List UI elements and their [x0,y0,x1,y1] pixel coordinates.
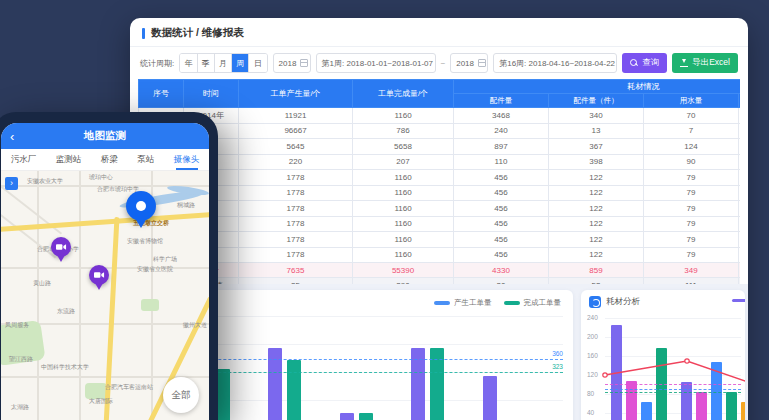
table-cell: 859 [549,263,644,278]
phone-tab-摄像头[interactable]: 摄像头 [174,149,200,170]
segment-周[interactable]: 周 [232,54,249,72]
table-cell: 456 [454,201,549,217]
trend-line [587,312,745,420]
table-cell: 786 [353,123,454,139]
bar-完成工单量 [359,413,373,420]
period-segmented-control: 年季月周日 [179,53,267,73]
table-row[interactable]: 6177811604561227967 [139,185,741,201]
map-road [37,171,39,420]
map-label: 望江西路 [9,355,33,364]
consumable-legend-line [732,299,745,302]
table-cell: 1778 [239,170,353,186]
table-cell: 367 [549,139,644,155]
map-label: 徽州大道 [183,321,207,330]
download-icon [680,59,688,67]
bar-完成工单量 [216,369,230,420]
table-header-row: 序号时间工单产生量/个工单完成量/个耗材情况 [139,80,741,94]
map-label: 大唐国际 [89,397,113,406]
table-cell: 1778 [239,216,353,232]
table-cell: 122 [549,216,644,232]
sub-column-header: 配件量 [454,94,549,108]
week-start-value: 第1周: 2018-01-01~2018-01-07 [322,58,433,69]
table-cell: 456 [454,247,549,263]
pie-chart-icon [589,296,601,308]
table-cell: 349 [644,263,739,278]
segment-年[interactable]: 年 [180,54,197,72]
table-cell: 79 [644,201,739,217]
table-cell: 7 [644,123,739,139]
segment-季[interactable]: 季 [198,54,215,72]
location-pin[interactable] [126,191,156,221]
map-label: 科学广场 [153,255,177,264]
charts-area: 产生工单量 完成工单量 360323 耗材分析 2402001601208040 [130,284,748,420]
export-excel-button[interactable]: 导出Excel [672,53,738,73]
consumable-chart-header: 耗材分析 [581,290,745,308]
phone-tab-监测站[interactable]: 监测站 [56,149,82,170]
column-header: 序号 [139,80,184,108]
map-label: 东流路 [57,307,75,316]
calendar-icon [478,59,486,67]
legend-swatch [504,301,520,305]
map-filter-all-button[interactable]: 全部 [163,377,199,413]
table-cell: 79 [644,170,739,186]
year-start-select[interactable]: 2018 [273,53,311,73]
group-column-header: 耗材情况 [454,80,741,94]
table-row[interactable]: 12014年119211160346834070250 [139,108,741,124]
sub-column-header: 用水量 [644,94,739,108]
consumable-chart-title: 耗材分析 [606,296,640,308]
table-cell: 1160 [353,216,454,232]
year-end-select[interactable]: 2018 [450,53,488,73]
table-cell: 79 [644,185,739,201]
table-cell: 13 [549,123,644,139]
segment-日[interactable]: 日 [249,54,266,72]
table-total-row: 合计7635553904330859349332 [139,263,741,278]
table-row[interactable]: 296667786240137690 [139,123,741,139]
camera-pin[interactable] [51,237,71,257]
table-cell: 1160 [353,201,454,217]
map-main-road [1,211,209,233]
breadcrumb-text: 数据统计 / 维修报表 [151,26,244,40]
phone-tab-桥梁[interactable]: 桥梁 [101,149,118,170]
segment-月[interactable]: 月 [215,54,232,72]
map-label: 凤周服务 [5,321,29,330]
back-icon[interactable]: ‹ [10,130,14,143]
table-cell: 456 [454,216,549,232]
table-row[interactable]: 356455658897367124129 [139,139,741,155]
right-chart-plot: 2402001601208040 [587,312,741,420]
map-label: 桐城路 [177,201,195,210]
table-row[interactable]: 9177811604561227967 [139,232,741,248]
table-row[interactable]: 8177811604561227967 [139,216,741,232]
week-start-input[interactable]: 第1周: 2018-01-01~2018-01-07 [316,53,436,73]
average-line-label: 323 [552,363,563,370]
table-cell: 1160 [353,232,454,248]
table-cell: 5658 [353,139,454,155]
consumable-chart-card: 耗材分析 2402001601208040 [581,290,745,420]
table-cell: 129 [739,139,741,155]
table-cell: 1778 [239,247,353,263]
table-cell: 67 [739,232,741,248]
phone-tab-泵站[interactable]: 泵站 [137,149,154,170]
column-header: 工单产生量/个 [239,80,353,108]
table-row[interactable]: 10177811604561227967 [139,247,741,263]
table-cell: 690 [739,123,741,139]
screenshot-stage: 数据统计 / 维修报表 统计周期: 年季月周日 2018 第1周: 2018-0… [0,0,769,420]
map-view[interactable]: › 全部 琥珀中心合肥市琥珀中学安徽农业大学桐城路五里墩立交桥合肥市宁溪小学安徽… [1,171,209,420]
table-cell: 1778 [239,201,353,217]
column-header: 工单完成量/个 [353,80,454,108]
query-button[interactable]: 查询 [622,53,667,73]
table-cell: 110 [454,154,549,170]
table-cell: 67 [739,185,741,201]
map-label: 安徽省立医院 [137,265,173,274]
week-end-input[interactable]: 第16周: 2018-04-16~2018-04-22 [493,53,617,73]
table-cell: 4330 [454,263,549,278]
phone-tab-污水厂[interactable]: 污水厂 [11,149,37,170]
map-expand-button[interactable]: › [5,177,18,190]
table-row[interactable]: 5177811604561227967 [139,170,741,186]
camera-pin[interactable] [89,265,109,285]
bar-产生工单量 [483,376,497,420]
table-row[interactable]: 42202071103989019 [139,154,741,170]
legend-item-completed[interactable]: 完成工单量 [504,298,562,308]
table-row[interactable]: 7177811604561227967 [139,201,741,217]
map-label: 琥珀中心 [89,173,113,182]
legend-item-generated[interactable]: 产生工单量 [434,298,492,308]
